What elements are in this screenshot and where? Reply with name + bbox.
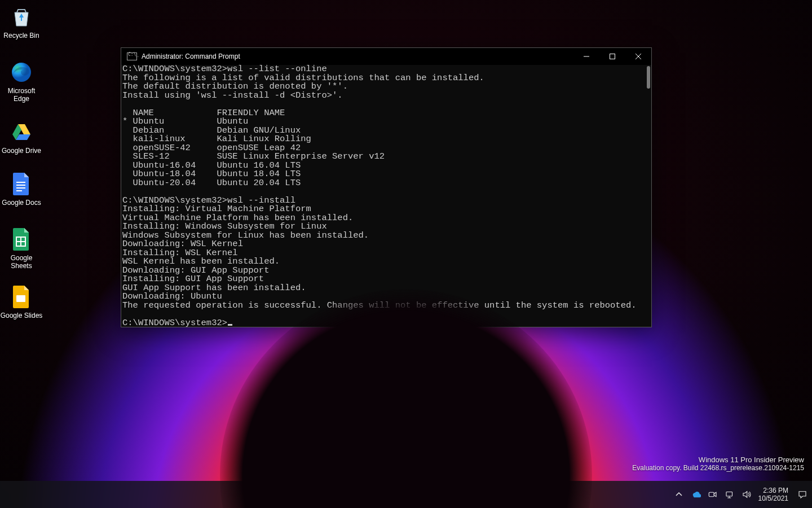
svg-rect-29 bbox=[469, 497, 470, 498]
terminal-button[interactable]: >_ bbox=[511, 483, 534, 506]
google-sheets-icon bbox=[9, 227, 34, 252]
svg-rect-15 bbox=[284, 495, 289, 500]
svg-point-25 bbox=[391, 492, 395, 495]
google-slides-icon bbox=[9, 284, 34, 309]
svg-rect-22 bbox=[368, 489, 373, 494]
svg-rect-23 bbox=[361, 495, 367, 500]
svg-rect-21 bbox=[361, 489, 367, 494]
svg-rect-27 bbox=[469, 494, 470, 496]
chat-icon bbox=[386, 488, 400, 501]
window-titlebar[interactable]: Administrator: Command Prompt bbox=[121, 48, 651, 65]
taskbar-time: 2:36 PM bbox=[758, 487, 788, 494]
edge-icon bbox=[412, 487, 426, 502]
svg-rect-2 bbox=[16, 185, 25, 186]
svg-rect-1 bbox=[16, 182, 25, 183]
desktop-icon-google-drive[interactable]: Google Drive bbox=[0, 120, 43, 155]
windows-watermark: Windows 11 Pro Insider Preview Evaluatio… bbox=[632, 456, 804, 472]
svg-rect-13 bbox=[284, 489, 289, 494]
search-button[interactable] bbox=[304, 483, 326, 506]
tray-meet-now-icon[interactable] bbox=[708, 489, 718, 500]
minimize-button[interactable] bbox=[573, 48, 599, 65]
svg-rect-28 bbox=[471, 494, 473, 496]
windows-logo-icon bbox=[283, 488, 296, 501]
widgets-icon bbox=[360, 488, 374, 501]
taskbar-clock[interactable]: 2:36 PM 10/5/2021 bbox=[758, 487, 788, 502]
svg-rect-24 bbox=[368, 495, 373, 500]
tray-network-icon[interactable] bbox=[725, 489, 735, 500]
terminal-scrollbar[interactable] bbox=[647, 66, 650, 89]
svg-rect-14 bbox=[290, 489, 295, 494]
file-explorer-button[interactable] bbox=[434, 483, 456, 506]
store-button[interactable] bbox=[460, 483, 482, 506]
svg-rect-4 bbox=[16, 190, 22, 191]
maximize-button[interactable] bbox=[599, 48, 625, 65]
svg-rect-30 bbox=[471, 497, 473, 498]
command-prompt-icon bbox=[127, 52, 137, 60]
search-icon bbox=[309, 488, 321, 501]
desktop-icon-label: Recycle Bin bbox=[0, 32, 43, 40]
tray-notifications-icon[interactable] bbox=[797, 489, 807, 500]
mail-icon bbox=[489, 487, 504, 502]
desktop-icon-label: Microsoft Edge bbox=[0, 87, 43, 103]
store-icon bbox=[464, 488, 478, 501]
desktop-icon-google-docs[interactable]: Google Docs bbox=[0, 172, 43, 207]
svg-rect-16 bbox=[290, 495, 295, 500]
svg-text:>_: >_ bbox=[519, 491, 524, 496]
desktop-icon-recycle-bin[interactable]: Recycle Bin bbox=[0, 5, 43, 40]
svg-rect-3 bbox=[16, 187, 25, 189]
folder-icon bbox=[438, 487, 452, 502]
chat-button[interactable] bbox=[382, 483, 404, 506]
window-title: Administrator: Command Prompt bbox=[142, 52, 573, 60]
google-drive-icon bbox=[9, 120, 34, 144]
edge-icon bbox=[9, 60, 34, 85]
svg-point-17 bbox=[311, 490, 318, 497]
terminal-body[interactable]: C:\WINDOWS\system32>wsl --list --online … bbox=[121, 65, 651, 327]
mail-button[interactable] bbox=[486, 483, 508, 506]
desktop[interactable]: Recycle Bin Microsoft Edge Google Drive … bbox=[0, 0, 812, 508]
svg-line-12 bbox=[636, 54, 641, 59]
desktop-icon-label: Google Sheets bbox=[0, 254, 43, 270]
task-view-icon bbox=[334, 488, 348, 501]
svg-rect-10 bbox=[610, 54, 615, 59]
desktop-icon-google-sheets[interactable]: Google Sheets bbox=[0, 227, 43, 270]
desktop-icon-label: Google Slides bbox=[0, 312, 43, 319]
svg-rect-20 bbox=[342, 491, 346, 498]
task-view-button[interactable] bbox=[330, 483, 352, 506]
tray-volume-icon[interactable] bbox=[742, 489, 752, 500]
recycle-bin-icon bbox=[9, 5, 34, 29]
svg-rect-35 bbox=[726, 492, 732, 497]
desktop-icon-label: Google Drive bbox=[0, 147, 43, 155]
svg-rect-34 bbox=[709, 492, 714, 497]
svg-rect-8 bbox=[16, 295, 25, 302]
svg-rect-19 bbox=[336, 491, 341, 498]
terminal-output: C:\WINDOWS\system32>wsl --list --online … bbox=[122, 65, 649, 327]
desktop-icon-label: Google Docs bbox=[0, 199, 43, 207]
taskbar-date: 10/5/2021 bbox=[758, 494, 788, 502]
desktop-icon-google-slides[interactable]: Google Slides bbox=[0, 284, 43, 319]
taskbar-center: >_ bbox=[278, 483, 534, 506]
close-button[interactable] bbox=[625, 48, 651, 65]
svg-line-11 bbox=[636, 54, 641, 59]
widgets-button[interactable] bbox=[356, 483, 378, 506]
terminal-icon: >_ bbox=[516, 488, 529, 501]
start-button[interactable] bbox=[278, 483, 301, 506]
taskbar[interactable]: >_ 2:36 PM 10/5/2021 bbox=[0, 481, 812, 508]
google-docs-icon bbox=[9, 172, 34, 196]
command-prompt-window[interactable]: Administrator: Command Prompt C:\WINDOWS… bbox=[121, 47, 652, 327]
desktop-icon-edge[interactable]: Microsoft Edge bbox=[0, 60, 43, 103]
svg-line-18 bbox=[317, 496, 320, 500]
system-tray: 2:36 PM 10/5/2021 bbox=[674, 481, 807, 508]
edge-button[interactable] bbox=[408, 483, 430, 506]
tray-onedrive-icon[interactable] bbox=[691, 489, 701, 500]
tray-chevron-up-icon[interactable] bbox=[674, 489, 684, 500]
svg-point-26 bbox=[413, 488, 425, 501]
